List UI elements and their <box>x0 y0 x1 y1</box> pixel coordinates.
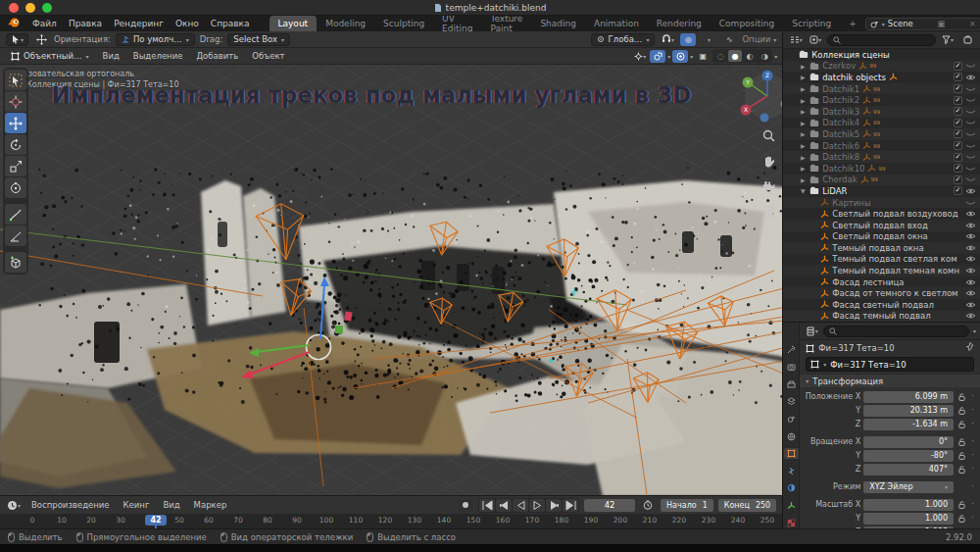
play-button[interactable] <box>529 499 545 512</box>
eye-closed-icon[interactable] <box>965 153 976 161</box>
eye-closed-icon[interactable] <box>965 119 976 126</box>
eye-open-icon[interactable] <box>965 278 976 286</box>
animate-dot[interactable]: · <box>969 406 976 415</box>
delete-scene-button[interactable]: × <box>969 19 976 28</box>
expand-arrow-icon[interactable]: ▶ <box>799 120 807 126</box>
drag-dropdown[interactable]: Select Box ▾ <box>227 33 290 46</box>
options-dropdown[interactable]: Опции ▾ <box>742 34 776 44</box>
lock-open-icon[interactable] <box>958 466 965 474</box>
eye-closed-icon[interactable] <box>965 142 976 150</box>
active-tool-button[interactable]: ▾ <box>6 33 28 46</box>
properties-tab-world[interactable] <box>784 430 799 442</box>
eye-open-icon[interactable] <box>965 267 976 275</box>
move-tool[interactable] <box>5 113 26 133</box>
snap-toggle[interactable]: ∿ <box>721 33 737 46</box>
blender-logo-icon[interactable] <box>8 18 21 29</box>
eye-open-icon[interactable] <box>965 210 976 218</box>
outliner-item-lidar[interactable]: ▼LiDAR✓ <box>783 185 980 197</box>
expand-arrow-icon[interactable]: ▶ <box>799 63 807 70</box>
timeline-menu-3[interactable]: Маркер <box>188 499 233 511</box>
properties-tab-object-data[interactable] <box>784 500 799 512</box>
menu-0[interactable]: Файл <box>26 18 63 29</box>
playhead[interactable]: 42 <box>145 515 167 526</box>
frame-start-field[interactable]: Начало 1 <box>661 499 713 512</box>
outliner-item-темный-подвал-темная-комн[interactable]: Темный подвал темная комн <box>783 265 980 276</box>
eye-closed-icon[interactable] <box>965 96 976 104</box>
collection-checkbox[interactable]: ✓ <box>954 107 962 116</box>
workspace-tab-+[interactable]: + <box>840 16 865 31</box>
expand-arrow-icon[interactable]: ▶ <box>799 154 807 161</box>
collection-checkbox[interactable]: ✓ <box>954 84 962 93</box>
viewport-menu-2[interactable]: Добавить <box>190 50 244 62</box>
shading-material-button[interactable]: ◐ <box>743 50 757 62</box>
outliner-item-светлый-подвал-вход[interactable]: Светлый подвал вход <box>783 220 980 231</box>
eye-closed-icon[interactable] <box>965 165 976 173</box>
transform-tool[interactable] <box>5 177 26 198</box>
zoom-icon[interactable] <box>762 127 775 146</box>
workspace-tab-uv-editing[interactable]: UV Editing <box>433 16 481 31</box>
timeline-ruler[interactable]: 0102030405060708090100110120130140150160… <box>0 514 782 528</box>
snap-magnet-icon[interactable]: ▾ <box>660 33 675 46</box>
eye-open-icon[interactable] <box>965 232 976 240</box>
rotation-mode-dropdown[interactable]: XYZ Эйлер▾ <box>863 481 954 493</box>
outliner-item-фасад-темный-подвал[interactable]: Фасад темный подвал <box>783 311 980 322</box>
lock-open-icon[interactable] <box>958 393 965 401</box>
expand-arrow-icon[interactable]: ▶ <box>799 165 807 172</box>
pan-hand-icon[interactable] <box>762 153 775 172</box>
collection-checkbox[interactable]: ✓ <box>954 129 962 138</box>
workspace-tab-layout[interactable]: Layout <box>270 16 318 31</box>
scene-selector[interactable]: ▾ Scene ▣ × <box>865 18 980 30</box>
outliner-item-datchik2[interactable]: ▶Datchik299✓ <box>783 94 980 106</box>
expand-arrow-icon[interactable]: ▶ <box>799 108 807 115</box>
outliner-item-темный-подвал-светлая-ком[interactable]: Темный подвал светлая ком <box>783 254 980 266</box>
lock-open-icon[interactable] <box>958 407 965 415</box>
xray-box-icon[interactable]: ▣ <box>695 50 710 63</box>
orientation-dropdown[interactable]: По умолч… ▾ <box>116 33 195 46</box>
outliner-item-czerkov[interactable]: ▶Czerkov99✓ <box>783 61 980 73</box>
workspace-tab-rendering[interactable]: Rendering <box>648 16 710 31</box>
collection-checkbox[interactable]: ✓ <box>954 164 962 173</box>
expand-arrow-icon[interactable]: ▶ <box>799 97 807 104</box>
editor-type-icon[interactable]: ▾ <box>6 499 22 512</box>
viewport-menu-0[interactable]: Вид <box>97 50 125 62</box>
eye-closed-icon[interactable] <box>965 85 976 93</box>
properties-tab-tool[interactable] <box>784 344 799 356</box>
workspace-tab-modeling[interactable]: Modeling <box>317 16 374 31</box>
show-gizmo-dropdown[interactable]: ▾ <box>632 50 648 63</box>
outliner-item-datchik10[interactable]: ▶Datchik1099✓ <box>783 163 980 175</box>
properties-tab-texture[interactable] <box>784 517 799 528</box>
play-reverse-button[interactable] <box>513 499 528 512</box>
scale-tool[interactable] <box>5 156 26 176</box>
properties-tab-physics[interactable] <box>784 482 799 494</box>
outliner-item-datchik-objects[interactable]: ▶datchik objects✓ <box>783 72 980 83</box>
select-box-tool[interactable] <box>5 70 26 90</box>
transform-value-field[interactable]: 407° <box>863 464 954 476</box>
prev-keyframe-button[interactable] <box>496 499 512 512</box>
properties-tab-output[interactable] <box>784 378 799 390</box>
eye-open-icon[interactable] <box>965 301 976 309</box>
jump-to-start-button[interactable] <box>479 499 495 512</box>
workspace-tab-scripting[interactable]: Scripting <box>783 16 840 31</box>
outliner-item-datchik8[interactable]: ▶Datchik899✓ <box>783 151 980 163</box>
outliner-item-темный-подвал-окна[interactable]: Темный подвал окна <box>783 242 980 254</box>
expand-arrow-icon[interactable]: ▶ <box>799 176 807 183</box>
outliner-item-фасад-от-темного-к-светлом[interactable]: Фасад от темного к светлом <box>783 287 980 299</box>
animate-dot[interactable]: · <box>969 500 976 509</box>
properties-tab-render[interactable] <box>784 362 799 374</box>
lock-open-icon[interactable] <box>958 452 965 460</box>
expand-arrow-icon[interactable]: ▼ <box>799 187 807 194</box>
transform-value-field[interactable]: -1.634 m <box>863 419 954 430</box>
expand-arrow-icon[interactable]: ▶ <box>799 142 807 149</box>
shading-rendered-button[interactable]: ◑ <box>758 50 771 62</box>
menu-2[interactable]: Рендеринг <box>108 18 170 29</box>
jump-to-end-button[interactable] <box>563 499 578 512</box>
current-frame-field[interactable]: 42 <box>584 499 635 512</box>
move-tool-icon[interactable] <box>33 33 49 46</box>
frame-end-field[interactable]: Конец 250 <box>718 499 776 512</box>
collection-checkbox[interactable]: ✓ <box>954 141 962 150</box>
collection-checkbox[interactable]: ✓ <box>954 186 962 195</box>
show-overlays-toggle[interactable] <box>650 50 665 63</box>
animate-dot[interactable]: · <box>969 465 976 474</box>
camera-view-icon[interactable] <box>762 178 775 197</box>
workspace-tab-shading[interactable]: Shading <box>531 16 585 31</box>
